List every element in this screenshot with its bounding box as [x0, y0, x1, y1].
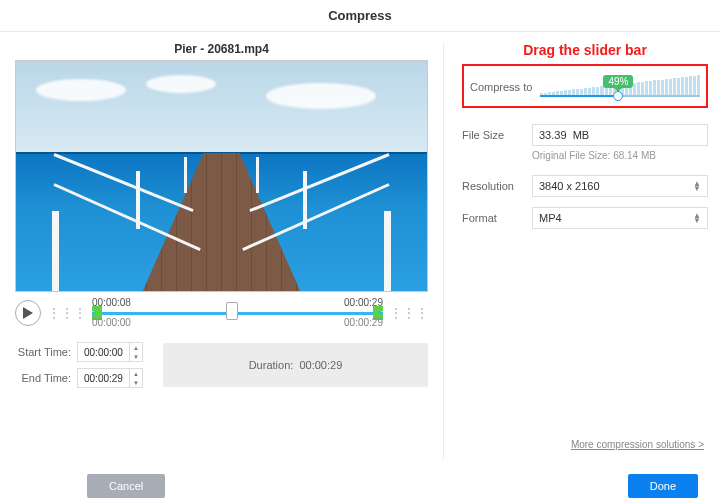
format-label: Format — [462, 212, 532, 224]
filesize-label: File Size — [462, 129, 532, 141]
duration-display: Duration: 00:00:29 — [163, 343, 428, 387]
video-filename: Pier - 20681.mp4 — [15, 42, 428, 56]
more-solutions-link[interactable]: More compression solutions > — [571, 439, 704, 450]
window-header: Compress — [0, 0, 720, 32]
start-time-label: Start Time: — [15, 346, 71, 358]
select-arrows-icon: ▲▼ — [693, 213, 701, 223]
trim-timeline[interactable]: 00:00:08 00:00:29 00:00:00 00:00:29 — [92, 300, 383, 326]
resolution-value: 3840 x 2160 — [539, 180, 600, 192]
stepper-down-icon[interactable]: ▼ — [130, 352, 142, 361]
annotation-highlight: Compress to 49% — [462, 64, 708, 108]
stepper-up-icon[interactable]: ▲ — [130, 369, 142, 378]
stepper-up-icon[interactable]: ▲ — [130, 343, 142, 352]
timeline-range-end: 00:00:29 — [344, 317, 383, 328]
resolution-select[interactable]: 3840 x 2160 ▲▼ — [532, 175, 708, 197]
play-button[interactable] — [15, 300, 41, 326]
start-time-value: 00:00:00 — [78, 347, 129, 358]
timeline-range-start: 00:00:00 — [92, 317, 131, 328]
stepper-down-icon[interactable]: ▼ — [130, 378, 142, 387]
playhead-thumb[interactable] — [226, 302, 238, 320]
window-title: Compress — [328, 8, 392, 23]
end-time-label: End Time: — [15, 372, 71, 384]
compress-slider-thumb[interactable] — [613, 91, 623, 101]
format-select[interactable]: MP4 ▲▼ — [532, 207, 708, 229]
done-button[interactable]: Done — [628, 474, 698, 498]
annotation-text: Drag the slider bar — [462, 42, 708, 58]
compress-to-label: Compress to — [470, 81, 540, 93]
end-time-value: 00:00:29 — [78, 373, 129, 384]
resolution-label: Resolution — [462, 180, 532, 192]
video-preview[interactable] — [15, 60, 428, 292]
original-filesize-hint: Original File Size: 68.14 MB — [532, 150, 708, 161]
drag-grip-icon: ⋮⋮⋮ — [47, 310, 86, 316]
end-time-stepper[interactable]: 00:00:29 ▲▼ — [77, 368, 143, 388]
compress-percent-badge: 49% — [603, 75, 633, 88]
duration-label: Duration: — [249, 359, 294, 371]
settings-pane: Drag the slider bar Compress to 49% File… — [444, 32, 720, 470]
preview-pane: Pier - 20681.mp4 — [0, 32, 443, 470]
select-arrows-icon: ▲▼ — [693, 181, 701, 191]
format-value: MP4 — [539, 212, 562, 224]
duration-value: 00:00:29 — [299, 359, 342, 371]
compress-slider[interactable]: 49% — [540, 72, 700, 102]
filesize-input[interactable] — [532, 124, 708, 146]
svg-marker-0 — [23, 307, 33, 319]
drag-grip-icon: ⋮⋮⋮ — [389, 310, 428, 316]
footer: Cancel Done — [0, 470, 720, 502]
cancel-button[interactable]: Cancel — [87, 474, 165, 498]
start-time-stepper[interactable]: 00:00:00 ▲▼ — [77, 342, 143, 362]
